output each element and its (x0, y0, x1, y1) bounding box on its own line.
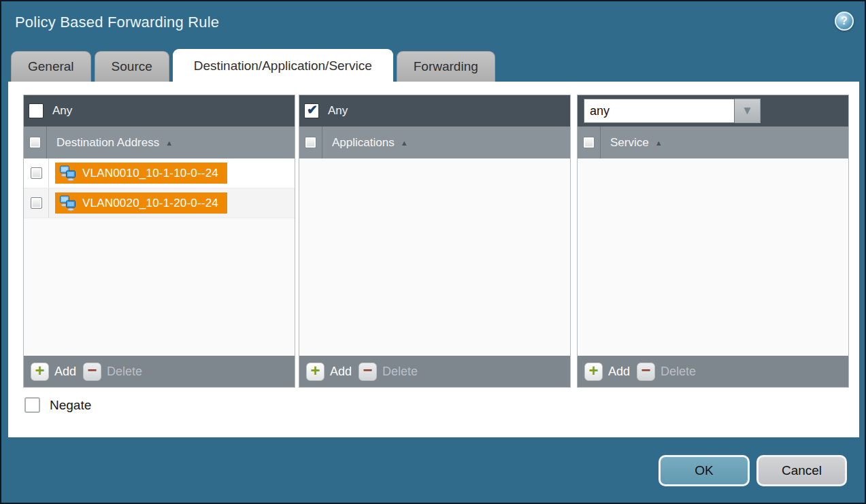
destination-any-bar: Any (24, 95, 295, 127)
service-type-dropdown[interactable]: any ▼ (584, 99, 761, 123)
add-button-label: Add (608, 365, 630, 379)
sort-ascending-icon[interactable]: ▲ (655, 139, 663, 147)
header-divider (322, 127, 322, 158)
service-dropdown-bar: any ▼ (578, 95, 848, 127)
applications-delete-button[interactable]: − Delete (359, 363, 418, 381)
applications-footer-bar: + Add − Delete (299, 356, 570, 387)
tab-general[interactable]: General (11, 51, 91, 82)
network-address-icon (59, 195, 77, 211)
applications-column-header[interactable]: Applications (332, 136, 395, 150)
service-select-all-checkbox[interactable] (583, 137, 595, 148)
cancel-button[interactable]: Cancel (756, 455, 847, 486)
address-object-chip[interactable]: VLAN0020_10-1-20-0--24 (55, 192, 227, 214)
row-checkbox-cell (24, 188, 49, 218)
add-icon: + (306, 363, 324, 381)
tab-label: General (28, 59, 74, 74)
plus-glyph: + (588, 363, 598, 379)
delete-icon: − (83, 363, 101, 381)
row-checkbox[interactable] (31, 197, 42, 209)
minus-glyph: − (88, 362, 97, 378)
service-list (578, 158, 848, 356)
tab-destination-application-service[interactable]: Destination/Application/Service (173, 49, 393, 82)
delete-button-label: Delete (661, 365, 696, 379)
header-divider (600, 127, 601, 158)
add-icon: + (31, 363, 49, 381)
delete-button-label: Delete (107, 365, 142, 379)
service-delete-button[interactable]: − Delete (637, 363, 696, 381)
destination-delete-button[interactable]: − Delete (83, 363, 142, 381)
destination-address-list: VLAN0010_10-1-10-0--24 (24, 158, 295, 356)
applications-select-all-checkbox[interactable] (305, 137, 316, 148)
dialog-title: Policy Based Forwarding Rule (15, 14, 219, 31)
network-address-icon (59, 165, 77, 181)
destination-address-header-row: Destination Address ▲ (24, 127, 295, 158)
plus-glyph: + (310, 363, 320, 379)
address-object-chip[interactable]: VLAN0010_10-1-10-0--24 (55, 163, 227, 184)
service-footer-bar: + Add − Delete (578, 356, 848, 387)
service-column-header[interactable]: Service (610, 136, 649, 150)
pbf-rule-dialog: Policy Based Forwarding Rule ? General S… (0, 0, 866, 504)
applications-header-row: Applications ▲ (299, 127, 570, 158)
applications-any-bar: ✔ Any (299, 95, 570, 127)
ok-button[interactable]: OK (659, 455, 750, 486)
address-object-name: VLAN0010_10-1-10-0--24 (82, 167, 218, 180)
delete-icon: − (637, 363, 655, 381)
row-checkbox[interactable] (31, 167, 42, 179)
applications-add-button[interactable]: + Add (306, 363, 352, 381)
minus-glyph: − (363, 362, 373, 378)
negate-option: Negate (24, 397, 91, 413)
tab-label: Source (112, 59, 152, 74)
applications-list (299, 158, 570, 356)
header-divider (46, 127, 47, 158)
destination-address-panel: Any Destination Address ▲ (23, 95, 295, 388)
dropdown-button[interactable]: ▼ (735, 99, 761, 123)
tab-content-panel: Any Destination Address ▲ (8, 82, 859, 437)
destination-any-label: Any (52, 104, 72, 118)
checkmark-icon: ✔ (307, 103, 318, 116)
ok-button-label: OK (695, 463, 713, 478)
negate-checkbox[interactable] (24, 397, 40, 413)
table-row[interactable]: VLAN0010_10-1-10-0--24 (24, 158, 295, 188)
table-row[interactable]: VLAN0020_10-1-20-0--24 (24, 188, 295, 218)
destination-footer-bar: + Add − Delete (24, 356, 295, 387)
service-add-button[interactable]: + Add (584, 363, 630, 381)
destination-address-column-header[interactable]: Destination Address (56, 136, 159, 150)
tab-forwarding[interactable]: Forwarding (397, 51, 495, 82)
add-icon: + (584, 363, 603, 381)
negate-label: Negate (50, 398, 91, 413)
service-header-row: Service ▲ (578, 127, 848, 158)
destination-select-all-checkbox[interactable] (29, 137, 41, 148)
applications-any-label: Any (328, 104, 348, 118)
applications-panel: ✔ Any Applications ▲ + Add − Delete (299, 95, 571, 388)
tab-source[interactable]: Source (95, 51, 169, 82)
service-panel: any ▼ Service ▲ + Add − (577, 95, 849, 388)
service-type-value[interactable]: any (584, 99, 735, 123)
tab-bar: General Source Destination/Application/S… (11, 49, 499, 82)
delete-button-label: Delete (382, 365, 418, 379)
plus-glyph: + (35, 363, 44, 379)
minus-glyph: − (642, 362, 651, 378)
chevron-down-icon: ▼ (742, 104, 753, 118)
add-button-label: Add (330, 365, 352, 379)
delete-icon: − (359, 363, 377, 381)
row-checkbox-cell (24, 158, 49, 188)
sort-ascending-icon[interactable]: ▲ (165, 139, 173, 147)
cancel-button-label: Cancel (782, 463, 822, 478)
tab-label: Destination/Application/Service (194, 58, 372, 73)
tab-label: Forwarding (414, 59, 478, 74)
question-mark-glyph: ? (841, 15, 848, 27)
destination-any-checkbox[interactable] (29, 104, 43, 118)
sort-ascending-icon[interactable]: ▲ (401, 139, 408, 147)
add-button-label: Add (54, 365, 76, 379)
applications-any-checkbox[interactable]: ✔ (305, 104, 318, 118)
address-object-name: VLAN0020_10-1-20-0--24 (82, 197, 218, 210)
destination-add-button[interactable]: + Add (31, 363, 76, 381)
help-icon[interactable]: ? (835, 12, 854, 31)
